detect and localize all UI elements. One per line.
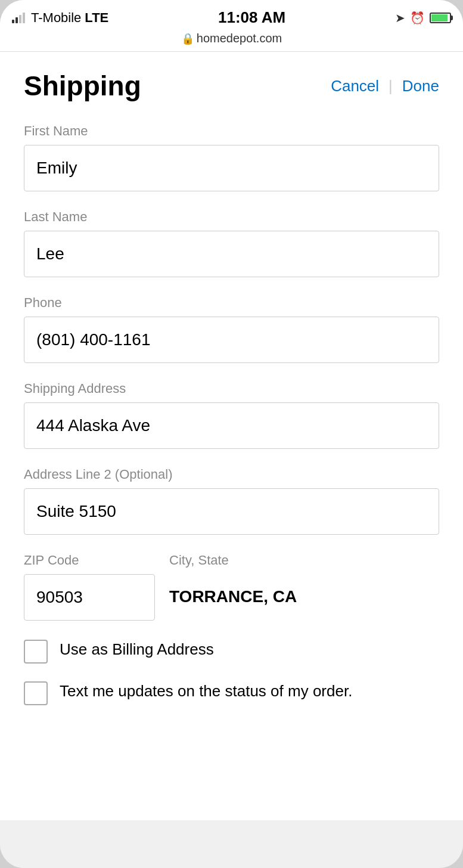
phone-group: Phone (24, 295, 439, 363)
city-state-group: City, State TORRANCE, CA (169, 553, 439, 619)
status-time: 11:08 AM (218, 8, 285, 27)
page-title: Shipping (24, 70, 141, 102)
cancel-button[interactable]: Cancel (331, 77, 379, 95)
url-text: homedepot.com (197, 32, 282, 45)
status-left: T-Mobile LTE (12, 10, 108, 26)
last-name-label: Last Name (24, 209, 439, 225)
status-bar: T-Mobile LTE 11:08 AM ➤ ⏰ (0, 0, 463, 29)
zip-input[interactable] (24, 574, 155, 621)
zip-label: ZIP Code (24, 553, 155, 568)
carrier-name: T-Mobile (31, 10, 81, 26)
billing-checkbox-group: Use as Billing Address (24, 638, 439, 664)
last-name-group: Last Name (24, 209, 439, 277)
updates-checkbox[interactable] (24, 681, 48, 705)
address-line2-group: Address Line 2 (Optional) (24, 467, 439, 535)
url-display: 🔒 homedepot.com (181, 32, 282, 45)
first-name-label: First Name (24, 123, 439, 139)
location-icon: ➤ (395, 11, 405, 25)
zip-city-row: ZIP Code City, State TORRANCE, CA (24, 553, 439, 621)
address-line2-input[interactable] (24, 488, 439, 535)
status-right: ➤ ⏰ (395, 11, 451, 25)
shipping-address-group: Shipping Address (24, 381, 439, 449)
first-name-input[interactable] (24, 145, 439, 191)
signal-bars-icon (12, 13, 25, 23)
phone-frame: T-Mobile LTE 11:08 AM ➤ ⏰ 🔒 homedepot.co… (0, 0, 463, 868)
first-name-group: First Name (24, 123, 439, 191)
bottom-area (0, 820, 463, 868)
shipping-address-label: Shipping Address (24, 381, 439, 396)
lock-icon: 🔒 (181, 32, 194, 45)
zip-group: ZIP Code (24, 553, 155, 621)
updates-checkbox-label: Text me updates on the status of my orde… (60, 680, 352, 702)
page-header: Shipping Cancel | Done (24, 70, 439, 102)
phone-input[interactable] (24, 317, 439, 363)
battery-icon (430, 13, 451, 23)
alarm-icon: ⏰ (410, 11, 425, 25)
billing-checkbox-label: Use as Billing Address (60, 638, 214, 660)
form-content: Shipping Cancel | Done First Name Last N… (0, 52, 463, 820)
last-name-input[interactable] (24, 231, 439, 277)
header-actions: Cancel | Done (331, 77, 439, 95)
phone-label: Phone (24, 295, 439, 311)
city-state-value: TORRANCE, CA (169, 574, 439, 619)
address-line2-label: Address Line 2 (Optional) (24, 467, 439, 482)
updates-checkbox-group: Text me updates on the status of my orde… (24, 680, 439, 705)
city-state-label: City, State (169, 553, 439, 568)
billing-checkbox[interactable] (24, 640, 48, 664)
done-button[interactable]: Done (402, 77, 439, 95)
shipping-address-input[interactable] (24, 402, 439, 449)
header-divider: | (389, 77, 393, 95)
network-type: LTE (85, 10, 108, 26)
url-bar: 🔒 homedepot.com (0, 29, 463, 52)
